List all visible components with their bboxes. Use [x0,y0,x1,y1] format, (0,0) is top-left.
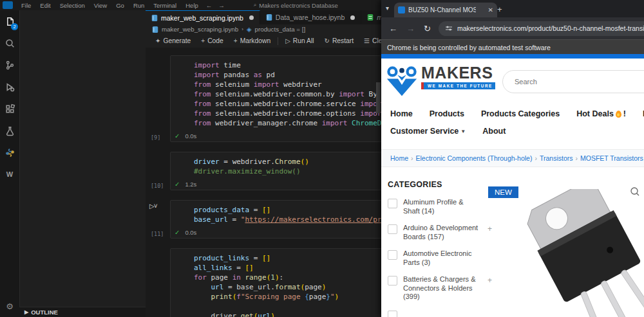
menu-help[interactable]: Help [181,2,203,9]
nav-item-hot-deals[interactable]: Hot Deals! [576,109,626,118]
category-checkbox[interactable] [388,224,397,234]
plus-icon: + [234,37,238,44]
success-check-icon: ✓ [175,181,180,188]
breadcrumb-link[interactable]: Transistors [540,154,573,162]
site-logo[interactable]: MAKERS WE MAKE THE FUTURE [386,65,495,97]
chrome-toolbar: ← → ↻ makerselectronics.com/product/buz5… [381,17,644,39]
tab-label: maker_web_scraping.ipynb [161,14,243,22]
site-search-input[interactable] [513,77,612,86]
nav-item-products-categories[interactable]: Products Categories [481,109,560,118]
reload-icon[interactable]: ↻ [420,24,435,33]
modified-dot-icon[interactable] [350,15,355,20]
source-control-icon[interactable] [0,54,19,76]
category-checkbox[interactable] [388,311,397,317]
infobar-text: Chrome is being controlled by automated … [387,44,551,51]
category-label: Aluminum Profile & Shaft (14) [403,198,479,215]
category-checkbox[interactable] [388,199,397,208]
outline-section[interactable]: ▶ OUTLINE [19,307,151,317]
menu-view[interactable]: View [90,2,111,9]
success-check-icon: ✓ [175,229,180,236]
category-label: Automotive Electronic Parts (3) [403,249,479,267]
generate-button[interactable]: ✦Generate [151,37,195,44]
close-tab-icon[interactable]: ✕ [488,6,493,14]
browser-tab[interactable]: BUZ50 N-Channel MOSFET Tra ✕ [394,3,497,17]
execution-count: [9] [151,134,160,141]
editor-tab[interactable]: Data_ware_hose.ipynb [260,10,361,24]
command-center-search[interactable]: ⌕ Makers electronics Database [254,2,338,9]
run-icon: ▷ [285,37,290,44]
menu-selection[interactable]: Selection [55,2,90,9]
forward-icon[interactable]: → [402,24,419,33]
python-extension-icon[interactable] [0,141,19,163]
chevron-down-icon: ▼ [460,129,466,134]
add-code-button[interactable]: +Code [196,37,227,44]
product-image-panel: NEW [484,180,644,317]
breadcrumb-link[interactable]: Home [390,154,408,162]
csv-file-icon [368,14,374,21]
run-all-button[interactable]: ▷Run All [281,37,318,44]
modified-dot-icon[interactable] [249,15,254,20]
image-zoom-icon[interactable] [630,186,640,197]
site-breadcrumb: Home›Electronic Components (Through-hole… [381,149,644,167]
run-debug-icon[interactable] [0,76,19,98]
editor-scrollbar[interactable] [376,82,381,113]
vscode-menubar: FileEditSelectionViewGoRunTerminalHelp [17,2,203,9]
site-settings-icon[interactable] [445,24,453,32]
wakatime-icon[interactable]: W [0,163,19,185]
chevron-right-icon: › [242,26,243,32]
nav-item-home[interactable]: Home [390,109,413,118]
cell-exec-time: 0.0s [185,229,196,236]
breadcrumb-file[interactable]: maker_web_scraping.ipynb [162,26,238,33]
nav-item-products[interactable]: Products [430,109,464,118]
restart-button[interactable]: ↻Restart [319,37,358,44]
menu-run[interactable]: Run [129,2,149,9]
outline-label: OUTLINE [31,309,58,316]
explorer-badge: 2 [11,23,18,30]
screenshot-root: FileEditSelectionViewGoRunTerminalHelp ←… [0,0,644,317]
back-icon[interactable]: ← [385,24,401,33]
activity-bar: 2 W ⚙ [0,10,20,317]
history-forward-icon[interactable]: → [215,2,228,9]
category-checkbox[interactable] [388,276,397,285]
history-back-icon[interactable]: ← [203,2,216,9]
settings-gear-icon[interactable]: ⚙ [0,295,19,317]
cell-exec-time: 1.2s [185,181,196,188]
nav-item-about[interactable]: About [482,127,506,136]
automation-infobar: Chrome is being controlled by automated … [381,39,644,55]
search-sidebar-icon[interactable] [0,32,19,54]
category-item[interactable]: Aluminum Profile & Shaft (14) [388,198,482,215]
breadcrumb-link[interactable]: MOSFET Transistors [580,154,643,162]
nav-item-customer-service[interactable]: Customer Service▼ [390,127,466,136]
tab-search-icon[interactable]: ▾ [386,5,389,12]
explorer-icon[interactable]: 2 [0,10,19,32]
cell-exec-time: 0.0s [185,132,196,140]
category-item[interactable]: Arduino & Development Boards (157)+ [388,224,482,241]
editor-tab[interactable]: maker_web_scraping.ipynb [146,10,260,24]
category-item[interactable]: Batteries & Chargers & Connectors & Hold… [388,275,482,302]
menu-edit[interactable]: Edit [35,2,55,9]
menu-go[interactable]: Go [111,2,129,9]
category-item-cutoff[interactable] [388,310,482,317]
product-image-transistor [498,189,644,317]
address-bar[interactable]: makerselectronics.com/product/buz50-n-ch… [439,21,644,36]
new-tab-button[interactable]: + [497,5,502,14]
site-search-box[interactable] [502,70,644,93]
category-item[interactable]: Automotive Electronic Parts (3) [388,249,482,267]
testing-icon[interactable] [0,120,19,141]
extensions-icon[interactable] [0,98,19,120]
menu-terminal[interactable]: Terminal [149,2,181,9]
clear-icon: ☰ [364,37,370,44]
restart-icon: ↻ [324,37,329,44]
ipynb-file-icon [152,14,158,21]
success-check-icon: ✓ [175,132,180,140]
run-cell-button[interactable]: ▷˅ [149,203,157,210]
breadcrumb-symbol[interactable]: products_data = [] [254,26,305,33]
breadcrumb-link[interactable]: Electronic Components (Through-hole) [416,154,533,162]
category-checkbox[interactable] [388,250,397,260]
add-markdown-button[interactable]: +Markdown [229,37,275,44]
sparkle-icon: ✦ [155,37,160,44]
notebook-file-icon [153,26,158,32]
menu-file[interactable]: File [17,2,35,9]
flame-icon [616,111,621,118]
categories-title: CATEGORIES [388,180,482,189]
